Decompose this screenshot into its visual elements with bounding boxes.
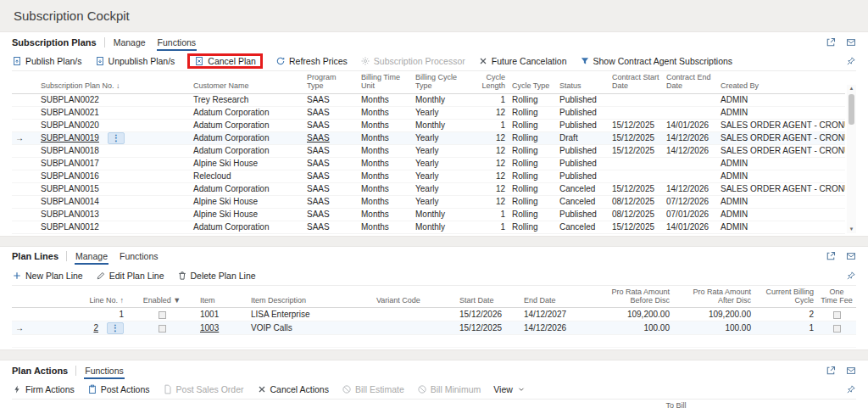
mail-icon[interactable] <box>846 251 856 261</box>
column-header-program-type[interactable]: Program Type <box>303 71 358 93</box>
cell-value[interactable]: 2 <box>93 323 98 333</box>
pin-icon[interactable] <box>846 56 856 66</box>
column-header-current-billing-cycle[interactable]: Current Billing Cycle <box>754 286 817 308</box>
column-header-end-date[interactable]: End Date <box>520 286 597 308</box>
column-header-start-date[interactable]: Start Date <box>456 286 520 308</box>
checkbox[interactable] <box>159 325 166 333</box>
column-header-posting-date[interactable]: Posting Date <box>203 400 254 408</box>
column-header-action-no[interactable]: Action No. ↓ <box>29 400 70 408</box>
cell-value: ADMIN <box>721 95 748 104</box>
cancel-plan-button[interactable]: Cancel Plan <box>194 56 256 66</box>
table-row[interactable]: SUBPLAN0014Alpine Ski HouseSAASMonthsYea… <box>12 195 845 208</box>
column-header-pro-rata-amount-after-disc[interactable]: Pro Rata Amount After Disc <box>673 286 754 308</box>
share-icon[interactable] <box>826 366 836 376</box>
cancel-actions-button[interactable]: Cancel Actions <box>257 384 329 394</box>
refresh-prices-button[interactable]: Refresh Prices <box>275 56 348 66</box>
publish-plan-s-button[interactable]: Publish Plan/s <box>12 56 82 66</box>
new-plan-line-button[interactable]: New Plan Line <box>12 271 83 281</box>
column-header-line-amount[interactable]: Line Amount <box>807 400 851 408</box>
column-header-one-time-fee[interactable]: One Time Fee <box>817 286 856 308</box>
table-row[interactable]: 11001LISA Enterprise15/12/202614/12/2027… <box>12 308 856 321</box>
column-header-gross-amount[interactable]: Gross Amount <box>690 400 734 408</box>
column-header-unit-of-measure[interactable]: Unit of Measure <box>589 400 623 408</box>
vertical-scrollbar[interactable]: ▲ ▼ <box>847 85 856 233</box>
column-header-discount[interactable]: Discount % <box>776 400 807 408</box>
edit-plan-line-button[interactable]: Edit Plan Line <box>96 271 164 281</box>
post-sales-order-button[interactable]: Post Sales Order <box>163 384 244 394</box>
scroll-down-arrow-icon[interactable]: ▼ <box>849 226 854 233</box>
column-header-cycle-type[interactable]: Cycle Type <box>509 71 556 93</box>
scroll-thumb[interactable] <box>849 94 854 125</box>
column-header-item[interactable]: Item <box>197 286 248 308</box>
column-header-c[interactable]: C <box>851 400 856 408</box>
show-contract-agent-subscriptions-button[interactable]: Show Contract Agent Subscriptions <box>580 56 733 66</box>
firm-actions-button[interactable]: Firm Actions <box>12 384 75 394</box>
column-header-discount-amount[interactable]: Discount Amount <box>734 400 776 408</box>
table-row[interactable]: →SUBPLAN0019⋮Adatum CorporationSAASMonth… <box>12 131 845 144</box>
column-header-date-from[interactable]: Date From <box>418 400 460 408</box>
column-header-contract-start-date[interactable]: Contract Start Date <box>609 71 663 93</box>
pin-icon[interactable] <box>846 384 856 394</box>
cell-value[interactable]: SUBPLAN0019 <box>41 133 99 143</box>
checkbox[interactable] <box>159 311 166 319</box>
column-header-variant-code[interactable]: Variant Code <box>376 400 418 408</box>
row-menu-button[interactable]: ⋮ <box>108 132 125 144</box>
table-row[interactable]: SUBPLAN0012Adatum CorporationSAASMonthsM… <box>12 221 845 233</box>
column-header-pro-rata-amount-before-disc[interactable]: Pro Rata Amount Before Disc <box>597 286 673 308</box>
column-header-enabled[interactable]: Enabled ▼ <box>127 286 197 308</box>
column-header-to-bill-consumption-value[interactable]: To Bill Consumption Value <box>648 400 689 408</box>
bill-estimate-button[interactable]: Bill Estimate <box>342 384 404 394</box>
tab-manage[interactable]: Manage <box>113 34 147 51</box>
share-icon[interactable] <box>826 37 836 48</box>
mail-icon[interactable] <box>846 37 856 48</box>
column-header-customer-name[interactable]: Customer Name <box>190 71 303 93</box>
table-row[interactable]: SUBPLAN0013Alpine Ski HouseSAASMonthsMon… <box>12 208 845 221</box>
column-header-cycle-length[interactable]: Cycle Length <box>470 71 509 93</box>
table-row[interactable]: SUBPLAN0015Adatum CorporationSAASMonthsY… <box>12 182 845 195</box>
column-header-date-to[interactable]: Date To <box>460 400 504 408</box>
column-header-item[interactable]: Item <box>255 400 298 408</box>
column-header-action-status[interactable]: Action Status <box>70 400 103 408</box>
view-button[interactable]: View <box>493 384 526 394</box>
column-header-item-description[interactable]: Item Description <box>248 286 373 308</box>
column-header-quantity[interactable]: Quantity <box>504 400 545 408</box>
mail-icon[interactable] <box>846 366 856 376</box>
table-row[interactable]: SUBPLAN0022Trey ResearchSAASMonthsMonthl… <box>12 93 845 106</box>
post-actions-button[interactable]: Post Actions <box>87 384 150 394</box>
table-row[interactable]: SUBPLAN0017Alpine Ski HouseSAASMonthsYea… <box>12 157 845 170</box>
table-row[interactable]: SUBPLAN0021Adatum CorporationSAASMonthsY… <box>12 106 845 119</box>
subscription-processor-button[interactable]: Subscription Processor <box>360 56 465 66</box>
pin-icon[interactable] <box>846 271 856 281</box>
table-row[interactable]: SUBPLAN0018Adatum CorporationSAASMonthsY… <box>12 144 845 157</box>
table-row[interactable]: SUBPLAN0020Adatum CorporationSAASMonthsM… <box>12 119 845 131</box>
scroll-up-arrow-icon[interactable]: ▲ <box>849 85 854 92</box>
cell-value[interactable]: SAAS <box>307 133 330 143</box>
column-header-action-type[interactable]: Action Type <box>103 400 203 408</box>
checkbox[interactable] <box>833 311 841 319</box>
delete-plan-line-button[interactable]: Delete Plan Line <box>177 271 256 281</box>
column-header-billing-time-unit[interactable]: Billing Time Unit <box>358 71 412 93</box>
tab-functions[interactable]: Functions <box>157 34 198 51</box>
row-menu-button[interactable]: ⋮ <box>107 322 124 334</box>
future-cancelation-button[interactable]: Future Cancelation <box>478 56 567 66</box>
share-icon[interactable] <box>826 251 836 261</box>
column-header-billing-cycle-type[interactable]: Billing Cycle Type <box>412 71 470 93</box>
table-row[interactable]: →2⋮1003VOIP Calls15/12/202514/12/2026100… <box>12 321 856 335</box>
column-header-contract-end-date[interactable]: Contract End Date <box>663 71 717 93</box>
tab-manage[interactable]: Manage <box>75 248 108 265</box>
column-header-unit-price[interactable]: Unit Price <box>545 400 589 408</box>
column-header-subscription-plan-no[interactable]: Subscription Plan No. ↓ <box>37 71 190 93</box>
unpublish-plan-s-button[interactable]: Unpublish Plan/s <box>95 56 175 66</box>
table-row[interactable]: SUBPLAN0016RelecloudSAASMonthsYearly12Ro… <box>12 170 845 182</box>
cell-value[interactable]: 1003 <box>200 323 219 333</box>
column-header-line-no[interactable]: Line No. ↑ <box>37 286 127 308</box>
column-header-status[interactable]: Status <box>556 71 609 93</box>
checkbox[interactable] <box>833 325 841 333</box>
column-header-item-description[interactable]: Item Description <box>298 400 376 408</box>
column-header-variant-code[interactable]: Variant Code <box>373 286 456 308</box>
column-header-created-by[interactable]: Created By <box>717 71 845 93</box>
tab-functions[interactable]: Functions <box>84 362 125 379</box>
bill-minimum-button[interactable]: Bill Minimum <box>417 384 481 394</box>
tab-functions[interactable]: Functions <box>119 248 159 265</box>
column-header-is-esti[interactable]: Is Esti... <box>623 400 648 408</box>
